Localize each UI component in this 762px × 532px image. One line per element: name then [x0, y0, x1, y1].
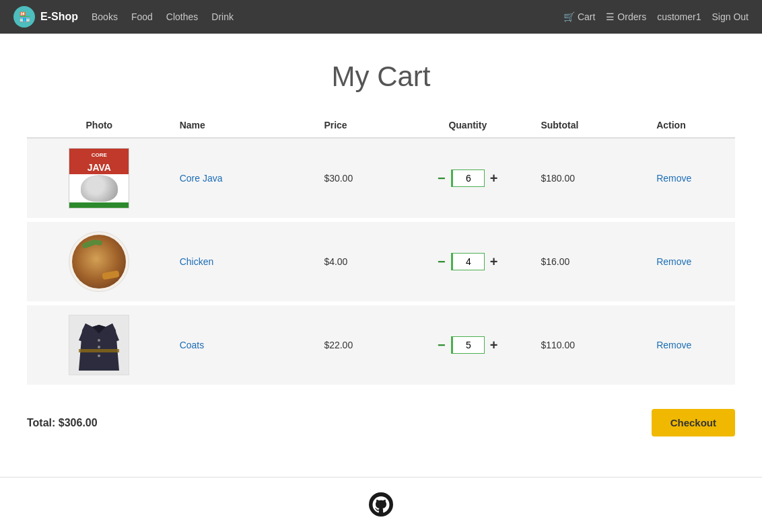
total-text: Total: $306.00 [27, 417, 98, 429]
svg-point-3 [98, 354, 100, 357]
product-price: $30.00 [316, 138, 403, 220]
table-row: Chicken $4.00 − + $16.00 Remove [27, 220, 735, 303]
remove-button[interactable]: Remove [656, 340, 691, 350]
remove-cell: Remove [648, 220, 735, 303]
navbar: 🏪 E-Shop Books Food Clothes Drink 🛒 Cart… [0, 0, 762, 34]
product-name[interactable]: Core Java [172, 138, 316, 220]
product-photo: CORE JAVA [27, 138, 172, 220]
nav-item-books[interactable]: Books [92, 11, 118, 22]
cart-icon: 🛒 [563, 11, 575, 22]
navbar-right: 🛒 Cart ☰ Orders customer1 Sign Out [563, 11, 749, 22]
col-header-price: Price [316, 113, 403, 138]
quantity-increase-button[interactable]: + [487, 255, 501, 268]
product-price: $4.00 [316, 220, 403, 303]
user-label[interactable]: customer1 [657, 11, 701, 22]
quantity-input[interactable] [451, 253, 485, 270]
remove-button[interactable]: Remove [656, 173, 691, 184]
quantity-input[interactable] [451, 169, 485, 187]
product-photo [27, 220, 172, 303]
quantity-cell: − + [403, 138, 532, 220]
table-row: CORE JAVA Core Java $30.00 [27, 138, 735, 220]
product-photo [27, 303, 172, 387]
product-price: $22.00 [316, 303, 403, 387]
quantity-input[interactable] [451, 336, 485, 354]
product-name[interactable]: Coats [172, 303, 316, 387]
quantity-cell: − + [403, 303, 532, 387]
github-icon [368, 496, 394, 523]
svg-point-2 [98, 346, 100, 348]
col-header-name: Name [172, 113, 316, 138]
svg-point-1 [98, 339, 100, 342]
table-row: Coats $22.00 − + $110.00 Remove [27, 303, 735, 387]
cart-table: Photo Name Price Quantity Subtotal Actio… [27, 113, 735, 389]
quantity-decrease-button[interactable]: − [435, 338, 448, 352]
svg-rect-0 [79, 349, 119, 352]
navbar-nav: Books Food Clothes Drink [92, 11, 563, 22]
col-header-photo: Photo [27, 113, 172, 138]
table-header-row: Photo Name Price Quantity Subtotal Actio… [27, 113, 735, 138]
orders-icon: ☰ [606, 11, 615, 22]
main-content: My Cart Photo Name Price Quantity Subtot… [0, 34, 762, 463]
col-header-quantity: Quantity [403, 113, 532, 138]
nav-item-clothes[interactable]: Clothes [166, 11, 198, 22]
remove-button[interactable]: Remove [656, 256, 691, 267]
orders-link[interactable]: ☰ Orders [606, 11, 646, 22]
col-header-action: Action [648, 113, 735, 138]
quantity-decrease-button[interactable]: − [435, 172, 448, 185]
product-name[interactable]: Chicken [172, 220, 316, 303]
product-subtotal: $16.00 [532, 220, 648, 303]
signout-link[interactable]: Sign Out [712, 11, 749, 22]
page-footer [0, 477, 762, 532]
nav-item-drink[interactable]: Drink [211, 11, 234, 22]
brand-name: E-Shop [40, 11, 78, 23]
cart-label: Cart [578, 11, 595, 22]
product-subtotal: $110.00 [532, 303, 648, 387]
orders-label: Orders [617, 11, 646, 22]
cart-link[interactable]: 🛒 Cart [563, 11, 595, 22]
quantity-increase-button[interactable]: + [487, 172, 501, 185]
quantity-decrease-button[interactable]: − [435, 255, 448, 268]
col-header-subtotal: Subtotal [532, 113, 648, 138]
cart-footer: Total: $306.00 Checkout [27, 395, 735, 450]
remove-cell: Remove [648, 303, 735, 387]
checkout-button[interactable]: Checkout [652, 409, 735, 436]
quantity-increase-button[interactable]: + [487, 338, 501, 352]
product-subtotal: $180.00 [532, 138, 648, 220]
svg-point-4 [369, 492, 393, 517]
brand[interactable]: 🏪 E-Shop [13, 6, 78, 28]
brand-logo-icon: 🏪 [13, 6, 35, 28]
quantity-cell: − + [403, 220, 532, 303]
nav-item-food[interactable]: Food [131, 11, 153, 22]
remove-cell: Remove [648, 138, 735, 220]
page-title: My Cart [27, 61, 735, 93]
